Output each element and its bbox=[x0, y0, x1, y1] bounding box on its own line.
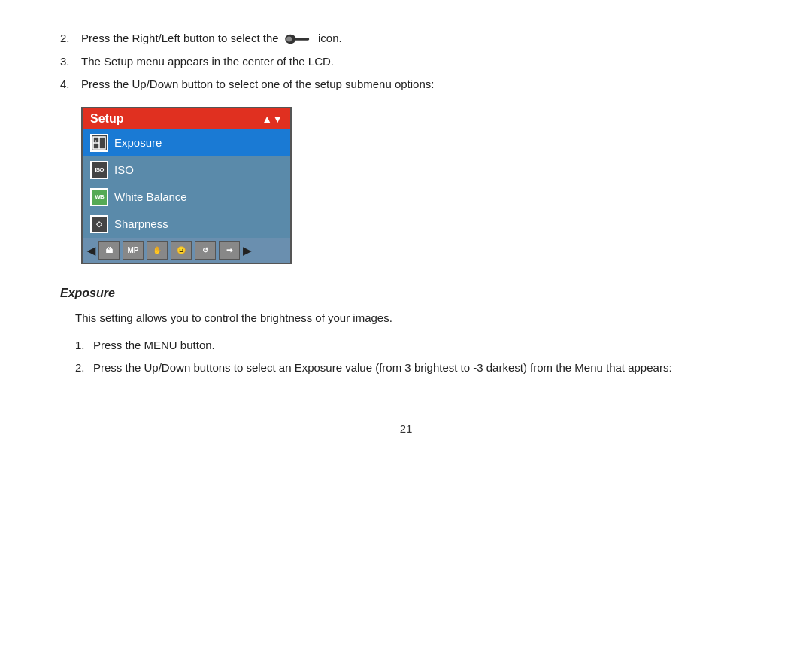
toolbar-icon-hand: ✋ bbox=[147, 241, 168, 260]
page-number: 21 bbox=[60, 422, 752, 435]
iso-label: ISO bbox=[114, 163, 134, 176]
menu-arrows: ▲▼ bbox=[262, 113, 283, 125]
sharpness-icon: ◇ bbox=[90, 215, 108, 233]
toolbar-icon-landscape: 🏔 bbox=[98, 241, 120, 260]
lcd-menu: Setup ▲▼ + Exposure ISO ISO WB White Bal… bbox=[81, 107, 292, 264]
wb-label: White Balance bbox=[114, 190, 187, 203]
exposure-sub-step-1: 1. Press the MENU button. bbox=[75, 336, 752, 354]
toolbar-icon-rotate: ↺ bbox=[195, 241, 216, 260]
step-2-num: 2. bbox=[60, 30, 81, 47]
menu-title: Setup bbox=[90, 112, 123, 126]
exposure-label: Exposure bbox=[114, 136, 162, 149]
exposure-section-title: Exposure bbox=[60, 287, 752, 300]
menu-item-white-balance[interactable]: WB White Balance bbox=[83, 184, 290, 211]
sub-step-1-text: Press the MENU button. bbox=[93, 336, 215, 354]
toolbar-icon-mp: MP bbox=[123, 241, 144, 260]
menu-toolbar: ◀ 🏔 MP ✋ 😐 ↺ ➡ ▶ bbox=[83, 238, 290, 263]
svg-text:+: + bbox=[95, 138, 98, 143]
svg-rect-1 bbox=[294, 38, 309, 41]
step-3: 3. The Setup menu appears in the center … bbox=[60, 53, 752, 71]
toolbar-left-arrow: ◀ bbox=[87, 245, 95, 257]
exposure-description: This setting allows you to control the b… bbox=[75, 309, 752, 327]
toolbar-icon-arrow: ➡ bbox=[219, 241, 240, 260]
step-4: 4. Press the Up/Down button to select on… bbox=[60, 76, 752, 93]
sub-step-2-num: 2. bbox=[75, 359, 93, 377]
step-2: 2. Press the Right/Left button to select… bbox=[60, 30, 752, 47]
step-3-text: The Setup menu appears in the center of … bbox=[81, 53, 752, 71]
iso-icon: ISO bbox=[90, 161, 108, 179]
exposure-section-body: This setting allows you to control the b… bbox=[75, 309, 752, 377]
wb-icon: WB bbox=[90, 188, 108, 206]
step-4-text: Press the Up/Down button to select one o… bbox=[81, 76, 752, 93]
menu-item-exposure[interactable]: + Exposure bbox=[83, 129, 290, 156]
menu-item-iso[interactable]: ISO ISO bbox=[83, 156, 290, 184]
sub-step-1-num: 1. bbox=[75, 336, 93, 354]
toolbar-icon-face: 😐 bbox=[171, 241, 192, 260]
toolbar-right-arrow: ▶ bbox=[243, 245, 251, 257]
step-2-text: Press the Right/Left button to select th… bbox=[81, 30, 752, 47]
sharpness-label: Sharpness bbox=[114, 217, 168, 230]
svg-point-2 bbox=[286, 36, 292, 41]
sub-step-2-text: Press the Up/Down buttons to select an E… bbox=[93, 359, 672, 377]
exposure-icon: + bbox=[90, 134, 108, 152]
exposure-sub-step-2: 2. Press the Up/Down buttons to select a… bbox=[75, 359, 752, 377]
step-3-num: 3. bbox=[60, 53, 81, 71]
menu-header: Setup ▲▼ bbox=[83, 108, 290, 129]
menu-item-sharpness[interactable]: ◇ Sharpness bbox=[83, 211, 290, 238]
wrench-icon bbox=[285, 33, 312, 45]
step-4-num: 4. bbox=[60, 76, 81, 93]
